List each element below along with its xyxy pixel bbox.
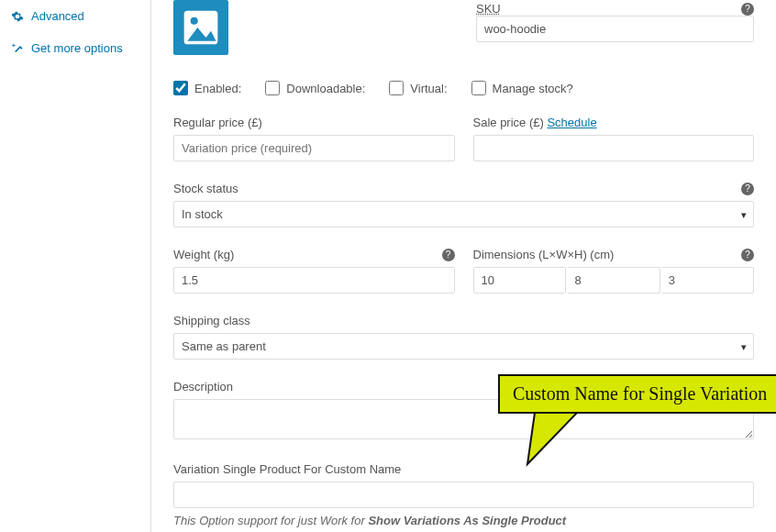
sidebar: Advanced Get more options <box>0 0 151 532</box>
help-icon[interactable]: ? <box>741 249 754 261</box>
downloadable-checkbox[interactable]: Downloadable: <box>265 81 365 95</box>
dimensions-label: Dimensions (L×W×H) (cm) <box>473 248 615 261</box>
help-icon[interactable]: ? <box>741 3 754 16</box>
variation-image[interactable] <box>173 0 228 55</box>
sale-price-label: Sale price (£) <box>473 116 544 129</box>
custom-name-hint: This Option support for just Work for Sh… <box>173 514 754 527</box>
sidebar-item-label: Advanced <box>31 9 84 23</box>
sku-input[interactable] <box>476 16 754 42</box>
shipping-class-select[interactable]: Same as parent <box>173 333 754 360</box>
virtual-checkbox[interactable]: Virtual: <box>389 81 447 95</box>
schedule-link[interactable]: Schedule <box>547 116 596 129</box>
svg-point-1 <box>191 17 198 25</box>
sale-price-input[interactable] <box>473 135 755 161</box>
help-icon[interactable]: ? <box>442 249 455 261</box>
stock-status-label: Stock status <box>173 182 238 195</box>
shipping-class-label: Shipping class <box>173 314 754 327</box>
stock-status-select[interactable]: In stock <box>173 201 754 227</box>
regular-price-input[interactable] <box>173 135 455 161</box>
dimension-length-input[interactable] <box>473 267 567 294</box>
help-icon[interactable]: ? <box>741 183 754 195</box>
sku-label: SKU <box>476 2 501 16</box>
dimension-width-input[interactable] <box>567 267 660 294</box>
regular-price-label: Regular price (£) <box>173 116 455 129</box>
sidebar-item-get-more[interactable]: Get more options <box>0 32 150 64</box>
dimension-height-input[interactable] <box>661 267 754 294</box>
gear-icon <box>11 10 24 23</box>
checkbox-row: Enabled: Downloadable: Virtual: Manage s… <box>173 81 754 95</box>
enabled-checkbox[interactable]: Enabled: <box>173 81 241 95</box>
manage-stock-checkbox[interactable]: Manage stock? <box>471 81 573 95</box>
main-panel: SKU ? Enabled: Downloadable: Virtual: Ma… <box>151 0 776 532</box>
weight-input[interactable] <box>173 267 455 294</box>
description-label: Description <box>173 380 233 393</box>
svg-marker-2 <box>527 413 577 464</box>
annotation-callout: Custom Name for Single Variation <box>498 374 776 414</box>
wand-icon <box>11 42 24 55</box>
sidebar-item-label: Get more options <box>31 41 123 55</box>
custom-name-label: Variation Single Product For Custom Name <box>173 462 754 476</box>
custom-name-input[interactable] <box>173 482 754 508</box>
sidebar-item-advanced[interactable]: Advanced <box>0 0 150 32</box>
weight-label: Weight (kg) <box>173 248 234 261</box>
